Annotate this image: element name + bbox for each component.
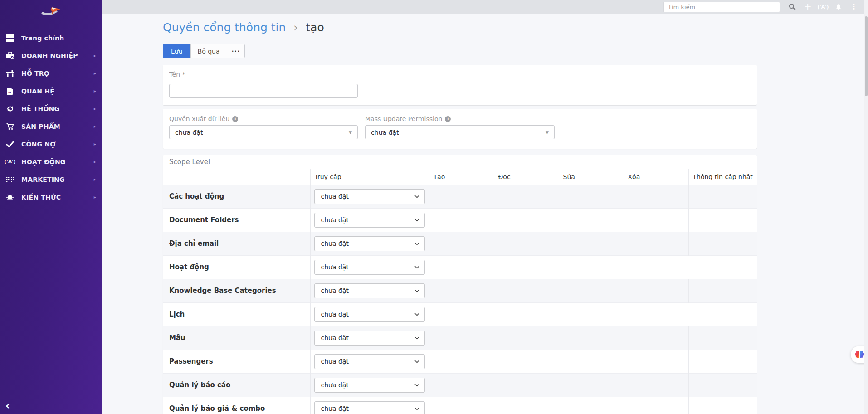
- scope-table-row: Passengers chưa đặt: [163, 350, 757, 373]
- sidebar-collapse-button[interactable]: ‹: [5, 400, 10, 411]
- chevron-right-icon: ▸: [94, 89, 96, 93]
- vertical-scrollbar[interactable]: [864, 0, 868, 414]
- chevron-right-icon: ▸: [94, 142, 96, 146]
- scope-table-row: Quản lý báo giá & combo chưa đặt: [163, 397, 757, 414]
- scope-action-cell: [429, 208, 494, 232]
- scope-access-cell: chưa đặt: [310, 255, 429, 279]
- breadcrumb-parent-link[interactable]: Quyền cổng thông tin: [163, 21, 286, 34]
- scope-table-row: Địa chỉ email chưa đặt: [163, 232, 757, 255]
- sidebar-item-hoat-dong[interactable]: ('A') HOẠT ĐỘNG ▸: [0, 153, 102, 170]
- info-icon: i: [445, 116, 451, 122]
- grid-icon: [5, 34, 15, 42]
- search-icon[interactable]: [786, 3, 798, 10]
- more-actions-button[interactable]: •••: [227, 44, 245, 58]
- svg-text:w: w: [8, 91, 11, 94]
- sidebar-item-ho-tro[interactable]: HỖ TRỢ ▸: [0, 64, 102, 82]
- search-input[interactable]: [663, 2, 780, 12]
- top-navbar: + ('A') ⋮: [102, 0, 868, 14]
- app-logo[interactable]: [0, 0, 102, 23]
- access-select[interactable]: chưa đặt: [314, 189, 425, 204]
- sidebar-item-kien-thuc[interactable]: KIẾN THỨC ▸: [0, 188, 102, 206]
- document-icon: w: [5, 88, 15, 95]
- scope-table-row: Knowledge Base Categories chưa đặt: [163, 279, 757, 302]
- sidebar-item-trang-chinh[interactable]: Trang chính: [0, 29, 102, 47]
- scope-table-row: Document Folders chưa đặt: [163, 208, 757, 232]
- sidebar-item-san-pham[interactable]: SẢN PHẨM ▸: [0, 117, 102, 135]
- access-select[interactable]: chưa đặt: [314, 354, 425, 369]
- scope-action-cell: [624, 185, 688, 208]
- access-select[interactable]: chưa đặt: [314, 260, 425, 275]
- scope-table-row: Mẫu chưa đặt: [163, 326, 757, 350]
- scope-table-row: Lịch chưa đặt: [163, 302, 757, 326]
- col-header-create: Tạo: [429, 169, 494, 185]
- scope-action-cell: [494, 232, 559, 255]
- activity-stream-icon[interactable]: ('A'): [817, 4, 829, 10]
- cancel-button[interactable]: Bỏ qua: [190, 44, 227, 58]
- dots-vertical-icon[interactable]: ⋮: [848, 3, 860, 11]
- access-select[interactable]: chưa đặt: [314, 236, 425, 251]
- scope-action-cell: [688, 232, 757, 255]
- bell-icon[interactable]: [833, 3, 844, 11]
- scope-row-label: Địa chỉ email: [163, 232, 310, 255]
- scope-row-label: Knowledge Base Categories: [163, 279, 310, 302]
- sidebar-item-quan-he[interactable]: w QUAN HỆ ▸: [0, 82, 102, 100]
- sidebar-item-he-thong[interactable]: HỆ THỐNG ▸: [0, 100, 102, 117]
- caret-down-icon: ▼: [349, 130, 352, 135]
- chevron-down-icon: [414, 407, 419, 410]
- scope-action-cell: [494, 208, 559, 232]
- mass-update-permission-select[interactable]: chưa đặt ▼: [365, 125, 555, 139]
- scope-access-cell: chưa đặt: [310, 279, 429, 302]
- access-select[interactable]: chưa đặt: [314, 331, 425, 346]
- chevron-down-icon: [414, 313, 419, 316]
- sidebar-item-label: DOANH NGHIỆP: [21, 52, 78, 59]
- sidebar-item-label: MARKETING: [21, 176, 65, 183]
- scope-action-cell: [688, 208, 757, 232]
- name-field-input[interactable]: [169, 84, 358, 98]
- sidebar-item-label: QUAN HỆ: [21, 88, 54, 95]
- plus-icon[interactable]: +: [802, 2, 814, 12]
- scope-action-cell: [688, 185, 757, 208]
- col-header-access: Truy cập: [310, 169, 429, 185]
- chevron-down-icon: [414, 336, 419, 340]
- sidebar-item-cong-no[interactable]: CÔNG NỢ ▸: [0, 135, 102, 153]
- scope-level-title: Scope Level: [163, 155, 757, 169]
- sidebar-item-doanh-nghiep[interactable]: DOANH NGHIỆP ▸: [0, 47, 102, 64]
- chevron-right-icon: ▸: [94, 195, 96, 200]
- export-permission-select[interactable]: chưa đặt ▼: [169, 125, 358, 139]
- scope-action-cell: [429, 326, 494, 350]
- scope-action-cell: [624, 350, 688, 373]
- access-select[interactable]: chưa đặt: [314, 283, 425, 298]
- scope-action-cell: [559, 208, 624, 232]
- scope-action-cell: [494, 350, 559, 373]
- main-content: Quyền cổng thông tin › tạo Lưu Bỏ qua ••…: [102, 14, 868, 414]
- save-button[interactable]: Lưu: [163, 44, 191, 58]
- chevron-right-icon: ▸: [94, 177, 96, 182]
- scope-action-cell: [624, 208, 688, 232]
- scope-action-cell: [559, 279, 624, 302]
- scope-action-cell: [688, 350, 757, 373]
- access-select[interactable]: chưa đặt: [314, 401, 425, 414]
- scope-table-header-row: Truy cập Tạo Đọc Sửa Xóa Thông tin cập n…: [163, 169, 757, 185]
- chevron-down-icon: [414, 242, 419, 245]
- scope-access-cell: chưa đặt: [310, 350, 429, 373]
- scope-action-cell: [559, 326, 624, 350]
- plane-logo-icon: [41, 5, 62, 17]
- sidebar-item-marketing[interactable]: MARKETING ▸: [0, 170, 102, 188]
- access-select[interactable]: chưa đặt: [314, 213, 425, 228]
- access-select[interactable]: chưa đặt: [314, 378, 425, 393]
- access-select[interactable]: chưa đặt: [314, 307, 425, 322]
- scrollbar-thumb[interactable]: [865, 16, 868, 96]
- col-header-delete: Xóa: [624, 169, 688, 185]
- scope-boolean-empty-cell: [429, 255, 757, 279]
- name-field-label: Tên *: [169, 71, 185, 78]
- scope-access-cell: chưa đặt: [310, 373, 429, 397]
- activity-icon: ('A'): [5, 159, 15, 165]
- scope-action-cell: [624, 326, 688, 350]
- scope-access-cell: chưa đặt: [310, 232, 429, 255]
- col-header-edit: Sửa: [559, 169, 624, 185]
- scope-action-cell: [688, 279, 757, 302]
- scope-action-cell: [429, 350, 494, 373]
- permissions-panel: Quyền xuất dữ liệu i chưa đặt ▼ Mass Upd…: [163, 109, 757, 149]
- sidebar: Trang chính DOANH NGHIỆP ▸ HỖ TRỢ ▸ w QU…: [0, 0, 102, 414]
- scope-table: Truy cập Tạo Đọc Sửa Xóa Thông tin cập n…: [163, 169, 757, 414]
